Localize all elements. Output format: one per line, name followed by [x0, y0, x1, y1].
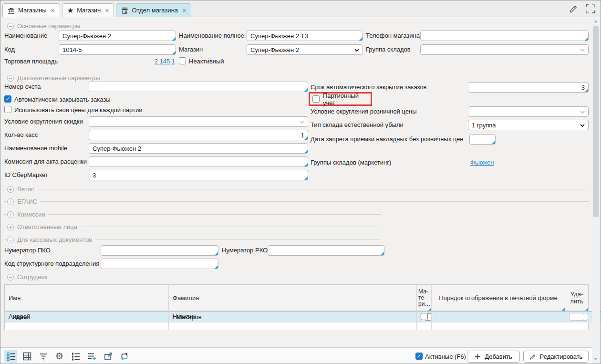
scroll-thumb[interactable]	[593, 26, 599, 217]
column-header-print-order[interactable]: Порядок отображения в печатной форме	[432, 285, 565, 311]
section-title: Для кассовых документов	[17, 236, 92, 243]
building-icon	[8, 7, 15, 14]
batch-accounting-checkbox[interactable]	[312, 95, 320, 103]
full-name-input[interactable]	[247, 31, 363, 41]
discount-rounding-select[interactable]	[89, 116, 308, 127]
column-header-delete[interactable]: Уда-лить	[565, 285, 588, 311]
toolbar-list-view-button[interactable]	[4, 350, 17, 363]
tab-shops[interactable]: Магазины ×	[2, 3, 60, 17]
column-header-material[interactable]: Ма-те-ри…	[417, 285, 432, 311]
rko-numerator-input[interactable]	[268, 246, 384, 255]
toolbar-open-external-button[interactable]	[102, 350, 114, 363]
app-window: Магазины × ★ Магазин × Отдел магазина ×	[0, 0, 601, 364]
tab-close-icon[interactable]: ×	[105, 7, 109, 14]
commission-input[interactable]	[89, 157, 308, 166]
section-title: Комиссии	[17, 211, 45, 218]
auto-close-checkbox[interactable]: ✓	[4, 95, 11, 103]
mobile-name-input[interactable]	[89, 144, 308, 153]
sbermarket-id-input[interactable]	[89, 170, 308, 180]
toolbar-icons: ⚙	[4, 350, 131, 363]
invoice-ban-date-field	[469, 134, 496, 145]
cell-name: Андрей	[5, 311, 169, 322]
struct-code-input[interactable]	[101, 259, 218, 269]
cash-registers-input[interactable]	[89, 130, 308, 140]
toolbar-numbered-list-button[interactable]	[69, 350, 82, 363]
section-vetis: + Ветис	[4, 186, 589, 193]
code-field	[59, 44, 176, 55]
pko-numerator-field	[101, 245, 218, 256]
trade-area-link[interactable]: 2 145,1	[144, 58, 175, 65]
scroll-up-button[interactable]	[594, 20, 598, 22]
discount-rounding-label: Условие округления скидки	[4, 116, 83, 127]
tab-close-icon[interactable]: ×	[51, 7, 55, 14]
filter-icon	[39, 352, 48, 361]
own-prices-label: Использовать свои цены для каждой партии	[14, 106, 142, 114]
section-divider	[95, 239, 381, 240]
fullscreen-icon[interactable]	[586, 4, 595, 13]
add-button-label: Добавить	[485, 353, 512, 360]
edit-button-label: Редактировать	[540, 353, 583, 360]
toolbar-refresh-button[interactable]	[118, 350, 131, 363]
collapse-icon[interactable]: −	[7, 23, 14, 30]
auto-close-term-input[interactable]	[468, 83, 588, 92]
full-name-label: Наименование полное	[179, 31, 244, 41]
natural-loss-select-value: 1 группа	[472, 122, 496, 129]
column-header-surname[interactable]: Фамилия	[169, 285, 417, 311]
phone-input[interactable]	[421, 31, 588, 41]
sbermarket-id-label: ID СберМаркет	[4, 170, 48, 180]
vertical-scrollbar[interactable]	[592, 18, 600, 363]
inactive-checkbox[interactable]	[179, 57, 186, 64]
column-header-name[interactable]: Имя	[5, 285, 169, 311]
code-input[interactable]	[59, 45, 176, 54]
name-input[interactable]	[59, 31, 176, 41]
toolbar-settings-button[interactable]: ⚙	[53, 350, 66, 363]
tab-shop[interactable]: ★ Магазин ×	[62, 3, 114, 17]
toolbar-grid-view-button[interactable]	[21, 350, 33, 363]
table-header-row: Имя Фамилия Ма-те-ри… Порядок отображени…	[5, 285, 588, 311]
external-link-icon	[104, 352, 113, 361]
shop-select-value: Супер-Фьюжен 2	[250, 46, 299, 53]
tab-label: Магазин	[77, 7, 101, 14]
natural-loss-label: Тип склада естественной убыли	[311, 120, 404, 130]
expand-icon[interactable]: +	[7, 224, 14, 230]
scroll-down-button[interactable]	[594, 358, 598, 360]
empty-cell	[432, 322, 565, 330]
collapse-icon[interactable]: −	[7, 237, 14, 243]
retail-rounding-select[interactable]	[468, 106, 589, 117]
natural-loss-select[interactable]: 1 группа	[468, 120, 589, 130]
collapse-icon[interactable]: −	[7, 274, 14, 281]
own-prices-checkbox[interactable]	[4, 106, 11, 113]
material-checkbox[interactable]	[421, 313, 428, 320]
toolbar-filter-button[interactable]	[37, 350, 50, 363]
section-title: Основные параметры	[17, 22, 80, 30]
pko-numerator-input[interactable]	[101, 246, 218, 255]
retail-rounding-label: Условие округления розничной цены	[311, 106, 417, 117]
shop-label: Магазин	[179, 44, 203, 55]
warehouse-group-select[interactable]	[420, 44, 589, 55]
auto-close-term-label: Срок автоматического закрытия заказов	[311, 82, 427, 93]
delete-row-button[interactable]: —	[569, 313, 584, 321]
add-button[interactable]: Добавить	[467, 351, 520, 363]
struct-code-label: Код структурного подразделения	[4, 259, 99, 269]
shop-select[interactable]: Супер-Фьюжен 2	[247, 44, 363, 55]
chevron-down-icon	[354, 49, 359, 52]
grid-icon	[22, 352, 32, 361]
marketing-warehouse-groups-link[interactable]: Фьюжен	[470, 159, 494, 166]
table-row[interactable]: Андрей Никитин —	[5, 311, 588, 322]
account-number-input[interactable]	[89, 82, 308, 92]
chevron-down-icon	[580, 124, 585, 127]
section-responsible-persons: + Ответственные лица	[4, 223, 381, 230]
expand-icon[interactable]: +	[7, 186, 14, 193]
expand-icon[interactable]: +	[7, 198, 14, 205]
chevron-down-icon	[580, 49, 585, 52]
tab-store-department[interactable]: Отдел магазина ×	[116, 3, 191, 17]
edit-pencil-icon[interactable]	[569, 4, 579, 14]
collapse-icon[interactable]: −	[7, 75, 14, 82]
invoice-ban-date-input[interactable]	[470, 135, 495, 144]
edit-button[interactable]: Редактировать	[523, 351, 589, 363]
toolbar-add-list-button[interactable]	[85, 350, 98, 363]
expand-icon[interactable]: +	[7, 211, 14, 218]
empty-cell	[169, 322, 417, 330]
active-filter-checkbox[interactable]: ✓	[415, 353, 423, 360]
tab-close-icon[interactable]: ×	[182, 7, 186, 14]
